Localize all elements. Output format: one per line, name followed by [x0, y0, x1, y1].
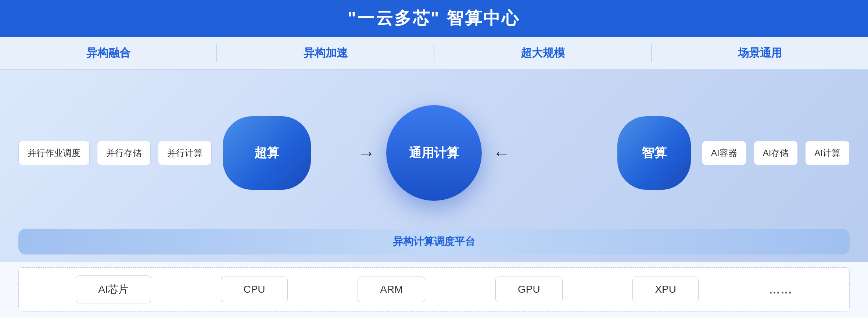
feature-scene-general: 场景通用	[652, 46, 868, 61]
parallel-items: 并行作业调度 并行存储 并行计算	[18, 141, 212, 165]
main-area: 并行作业调度 并行存储 并行计算 超算 → 通用计算 ← 智算 AI容器 AI存…	[0, 70, 868, 262]
header-title: "一云多芯" 智算中心	[348, 7, 520, 30]
ai-compute: AI计算	[805, 141, 850, 165]
computing-row: 并行作业调度 并行存储 并行计算 超算 → 通用计算 ← 智算 AI容器 AI存…	[18, 81, 850, 225]
center-universal-computing: 通用计算	[386, 105, 482, 201]
platform-label: 异构计算调度平台	[393, 235, 475, 249]
ai-storage: AI存储	[754, 141, 798, 165]
bottom-section: AI芯片 CPU ARM GPU XPU ……	[0, 262, 868, 317]
page-container: "一云多芯" 智算中心 异构融合 异构加速 超大规模 场景通用 并行作业调度 并…	[0, 0, 868, 317]
ai-section: 智算 AI容器 AI存储 AI计算	[521, 116, 850, 190]
ai-container: AI容器	[702, 141, 746, 165]
super-section: 并行作业调度 并行存储 并行计算 超算	[18, 116, 347, 190]
hardware-cpu: CPU	[221, 277, 287, 302]
feature-ultra-large-scale: 超大规模	[434, 46, 651, 61]
hardware-ai-chip: AI芯片	[76, 275, 151, 303]
features-row: 异构融合 异构加速 超大规模 场景通用	[0, 37, 868, 70]
hardware-gpu: GPU	[495, 277, 563, 302]
parallel-job-scheduling: 并行作业调度	[18, 141, 90, 165]
smart-blob: 智算	[617, 116, 691, 190]
parallel-compute: 并行计算	[158, 141, 212, 165]
parallel-storage: 并行存储	[97, 141, 151, 165]
arrow-left-icon: ←	[493, 143, 510, 163]
hardware-row: AI芯片 CPU ARM GPU XPU ……	[18, 267, 850, 311]
super-blob: 超算	[223, 116, 311, 190]
hardware-xpu: XPU	[632, 277, 699, 302]
header: "一云多芯" 智算中心	[0, 0, 868, 37]
feature-heterogeneous-fusion: 异构融合	[0, 46, 216, 61]
ai-items: AI容器 AI存储 AI计算	[702, 141, 850, 165]
hardware-more: ……	[769, 283, 792, 296]
arrow-right-icon: →	[358, 143, 375, 163]
hardware-arm: ARM	[358, 277, 425, 302]
platform-bar: 异构计算调度平台	[18, 229, 850, 254]
feature-heterogeneous-acceleration: 异构加速	[217, 46, 434, 61]
